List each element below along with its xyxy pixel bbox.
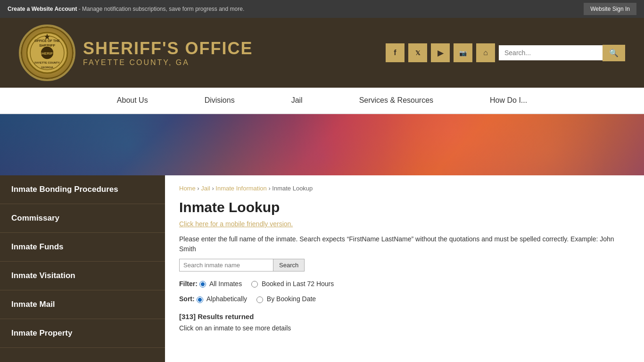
svg-text:SHERIFF: SHERIFF — [39, 51, 55, 56]
office-subtitle: FAYETTE COUNTY, GA — [83, 58, 190, 67]
topbar-message: - Manage notification subscriptions, sav… — [79, 6, 245, 12]
sort-booking-radio[interactable] — [256, 296, 263, 303]
nav-jail[interactable]: Jail — [263, 88, 331, 113]
sidebar: Inmate Bonding Procedures Commissary Inm… — [0, 175, 165, 362]
description-text: Please enter the full name of the inmate… — [179, 234, 630, 254]
social-search-bar: f 𝕏 ▶ 📷 ⌂ 🔍 — [386, 43, 625, 62]
nav-divisions[interactable]: Divisions — [176, 88, 263, 113]
filter-all-inmates[interactable]: All Inmates — [199, 280, 244, 288]
header-search-bar: 🔍 — [499, 45, 625, 61]
create-account-link[interactable]: Create a Website Account — [8, 6, 77, 12]
breadcrumb: Home › Jail › Inmate Information › Inmat… — [179, 185, 630, 192]
breadcrumb-jail[interactable]: Jail — [201, 185, 210, 192]
sort-alpha-radio[interactable] — [197, 296, 203, 303]
sheriff-seal: OFFICE OF THE SHERIFF SHERIFF FAYETTE CO… — [19, 25, 75, 81]
facebook-icon[interactable]: f — [386, 43, 405, 62]
header-search-button[interactable]: 🔍 — [603, 45, 625, 61]
filter-all-radio[interactable] — [199, 281, 206, 288]
hero-banner — [0, 114, 644, 175]
mobile-friendly-link[interactable]: Click here for a mobile friendly version… — [179, 220, 630, 228]
sidebar-item-mail[interactable]: Inmate Mail — [0, 290, 165, 319]
filter-72hrs[interactable]: Booked in Last 72 Hours — [251, 280, 334, 288]
main-nav: About Us Divisions Jail Services & Resou… — [0, 88, 644, 114]
sort-label: Sort: — [179, 295, 195, 303]
logo-text: SHERIFF'S OFFICE FAYETTE COUNTY, GA — [83, 39, 253, 67]
top-bar: Create a Website Account - Manage notifi… — [0, 0, 644, 18]
twitter-icon[interactable]: 𝕏 — [408, 43, 427, 62]
svg-text:GEORGIA: GEORGIA — [41, 66, 53, 69]
svg-text:OFFICE OF THE: OFFICE OF THE — [34, 39, 60, 42]
results-note: Click on an inmate to see more details — [179, 324, 630, 332]
instagram-icon[interactable]: 📷 — [454, 43, 472, 62]
home-icon[interactable]: ⌂ — [476, 43, 495, 62]
sort-section: Sort: Alphabetically By Booking Date — [179, 295, 630, 303]
filter-label: Filter: — [179, 280, 198, 288]
sidebar-item-visitation[interactable]: Inmate Visitation — [0, 262, 165, 290]
nav-services[interactable]: Services & Resources — [331, 88, 462, 113]
nav-how-do-i[interactable]: How Do I... — [462, 88, 555, 113]
svg-text:FAYETTE COUNTY: FAYETTE COUNTY — [34, 61, 59, 64]
sidebar-item-bonding[interactable]: Inmate Bonding Procedures — [0, 175, 165, 204]
youtube-icon[interactable]: ▶ — [431, 43, 450, 62]
page-title: Inmate Lookup — [179, 199, 630, 215]
site-header: OFFICE OF THE SHERIFF SHERIFF FAYETTE CO… — [0, 18, 644, 88]
main-panel: Home › Jail › Inmate Information › Inmat… — [165, 175, 644, 362]
inmate-search-input[interactable] — [179, 259, 273, 272]
sidebar-item-funds[interactable]: Inmate Funds — [0, 233, 165, 262]
filter-section: Filter: All Inmates Booked in Last 72 Ho… — [179, 280, 630, 288]
content-area: Inmate Bonding Procedures Commissary Inm… — [0, 175, 644, 362]
breadcrumb-inmate-info[interactable]: Inmate Information — [215, 185, 266, 192]
breadcrumb-current: Inmate Lookup — [272, 185, 313, 192]
sort-booking[interactable]: By Booking Date — [256, 295, 316, 303]
sidebar-item-commissary[interactable]: Commissary — [0, 204, 165, 233]
sidebar-item-property[interactable]: Inmate Property — [0, 319, 165, 348]
inmate-search-form: Search — [179, 259, 630, 272]
results-count: [313] Results returned — [179, 313, 630, 321]
logo-area: OFFICE OF THE SHERIFF SHERIFF FAYETTE CO… — [19, 25, 253, 81]
inmate-search-button[interactable]: Search — [273, 259, 305, 272]
office-title: SHERIFF'S OFFICE — [83, 39, 253, 58]
breadcrumb-home[interactable]: Home — [179, 185, 196, 192]
filter-72hrs-radio[interactable] — [251, 281, 258, 288]
sign-in-button[interactable]: Website Sign In — [584, 3, 636, 15]
nav-about-us[interactable]: About Us — [89, 88, 176, 113]
sort-alpha[interactable]: Alphabetically — [197, 295, 249, 303]
header-search-input[interactable] — [499, 45, 603, 60]
header-right: f 𝕏 ▶ 📷 ⌂ 🔍 — [386, 43, 625, 62]
